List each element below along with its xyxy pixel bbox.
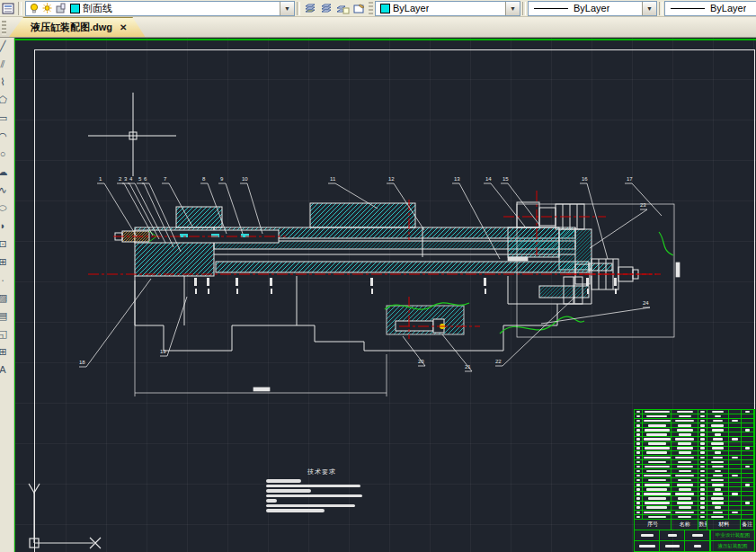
make-layer-current-icon bbox=[304, 3, 317, 14]
layer-manager-icon bbox=[2, 3, 14, 14]
parts-list-header-cell: 序号 bbox=[635, 520, 672, 530]
polyline-icon[interactable]: ⌇ bbox=[0, 73, 12, 91]
technical-requirements: 技术要求 bbox=[266, 467, 374, 514]
revcloud-icon[interactable]: ☁ bbox=[0, 163, 12, 181]
linetype-dropdown[interactable]: ByLayer ▼ bbox=[528, 1, 657, 16]
insert-block-icon[interactable]: ⊡ bbox=[0, 235, 12, 253]
layer-states-icon bbox=[336, 3, 350, 14]
parts-list-header-cell: 材料 bbox=[707, 520, 741, 530]
spline-icon[interactable]: ∿ bbox=[0, 181, 12, 199]
parts-list-table: 序号名称数量材料备注 毕业设计装配图 液压缸装配图 bbox=[634, 409, 755, 552]
make-object-layer-current-button[interactable] bbox=[302, 1, 318, 15]
layer-previous-button[interactable] bbox=[318, 1, 334, 15]
current-color-swatch bbox=[380, 4, 390, 13]
technical-requirements-heading: 技术要求 bbox=[307, 467, 374, 476]
autocad-window: 剖面线 ▼ ByLayer ▼ ByLayer ▼ bbox=[0, 0, 756, 552]
toolbar-separator bbox=[659, 2, 663, 15]
techreq-line bbox=[266, 489, 311, 493]
techreq-line bbox=[266, 504, 355, 508]
layer-properties-manager-button[interactable] bbox=[0, 1, 16, 15]
line-icon[interactable]: ╱ bbox=[0, 37, 12, 55]
hatch-icon[interactable]: ▨ bbox=[0, 289, 12, 307]
title-block-drawing-title: 液压缸装配图 bbox=[711, 541, 754, 552]
lineweight-dropdown[interactable]: ByLayer bbox=[664, 1, 756, 16]
ellipse-icon[interactable]: ⬭ bbox=[0, 199, 12, 217]
layer-dropdown-arrow[interactable]: ▼ bbox=[280, 2, 294, 15]
techreq-line bbox=[266, 479, 301, 483]
layers-properties-toolbar: 剖面线 ▼ ByLayer ▼ ByLayer ▼ bbox=[0, 0, 756, 17]
parts-list-rows bbox=[635, 410, 754, 520]
polygon-icon[interactable]: ⬠ bbox=[0, 91, 12, 109]
techreq-line bbox=[266, 494, 362, 498]
gradient-icon[interactable]: ▤ bbox=[0, 307, 12, 325]
layer-states-manager-button[interactable] bbox=[334, 1, 351, 15]
drawing-tab-bar: 液压缸装配图.dwg ✕ bbox=[0, 17, 756, 38]
circle-icon[interactable]: ○ bbox=[0, 145, 12, 163]
lineweight-sample bbox=[671, 8, 705, 9]
rectangle-icon[interactable]: ▭ bbox=[0, 109, 12, 127]
lineweight-value: ByLayer bbox=[710, 3, 746, 13]
linetype-value: ByLayer bbox=[574, 3, 609, 13]
tabbar-grip[interactable] bbox=[2, 21, 6, 35]
arc-icon[interactable]: ◠ bbox=[0, 127, 12, 145]
toolbar-separator bbox=[522, 2, 526, 15]
layer-settings-button[interactable] bbox=[351, 1, 367, 15]
title-block-fields bbox=[635, 530, 711, 552]
sun-icon bbox=[42, 3, 52, 13]
linetype-sample bbox=[534, 8, 568, 9]
techreq-line bbox=[266, 499, 277, 503]
limits-frame-top bbox=[13, 39, 756, 40]
layer-settings-icon bbox=[352, 3, 366, 14]
layer-previous-icon bbox=[320, 3, 334, 14]
parts-list-header: 序号名称数量材料备注 bbox=[635, 520, 754, 530]
bulb-icon bbox=[30, 3, 39, 13]
toolbar-drag-grip[interactable] bbox=[369, 2, 373, 15]
layer-name: 剖面线 bbox=[83, 2, 112, 15]
parts-list-header-cell: 名称 bbox=[672, 520, 698, 530]
title-block-course: 毕业设计装配图 bbox=[711, 530, 754, 541]
point-icon[interactable]: ∙ bbox=[0, 271, 12, 289]
color-dropdown[interactable]: ByLayer ▼ bbox=[375, 1, 520, 16]
parts-list-header-cell: 数量 bbox=[698, 520, 707, 530]
title-block: 毕业设计装配图 液压缸装配图 bbox=[635, 530, 754, 552]
layer-dropdown[interactable]: 剖面线 ▼ bbox=[25, 1, 295, 16]
ellipse-arc-icon[interactable]: ◗ bbox=[0, 217, 12, 235]
construction-line-icon[interactable]: ⫽ bbox=[0, 55, 12, 73]
parts-list-header-cell: 备注 bbox=[741, 520, 754, 530]
table-icon[interactable]: ⊞ bbox=[0, 343, 12, 361]
techreq-line bbox=[266, 485, 360, 488]
toolbar-separator bbox=[18, 2, 22, 15]
linetype-dropdown-arrow[interactable]: ▼ bbox=[642, 2, 656, 15]
draw-toolbar[interactable]: ╱⫽⌇⬠▭◠○☁∿⬭◗⊡⊞∙▨▤◱⊞A bbox=[0, 37, 14, 552]
mtext-icon[interactable]: A bbox=[0, 361, 12, 378]
tab-drawing-file[interactable]: 液压缸装配图.dwg ✕ bbox=[9, 17, 145, 37]
color-dropdown-arrow[interactable]: ▼ bbox=[505, 2, 520, 15]
title-block-titles: 毕业设计装配图 液压缸装配图 bbox=[711, 530, 754, 552]
region-icon[interactable]: ◱ bbox=[0, 325, 12, 343]
techreq-line bbox=[266, 509, 325, 512]
make-block-icon[interactable]: ⊞ bbox=[0, 253, 12, 271]
lock-icon bbox=[56, 3, 66, 13]
toolbar-separator bbox=[297, 2, 300, 15]
tab-close-icon[interactable]: ✕ bbox=[120, 22, 127, 32]
color-value: ByLayer bbox=[393, 3, 429, 13]
layer-color-swatch bbox=[70, 4, 80, 13]
tab-label: 液压缸装配图.dwg bbox=[31, 21, 112, 34]
